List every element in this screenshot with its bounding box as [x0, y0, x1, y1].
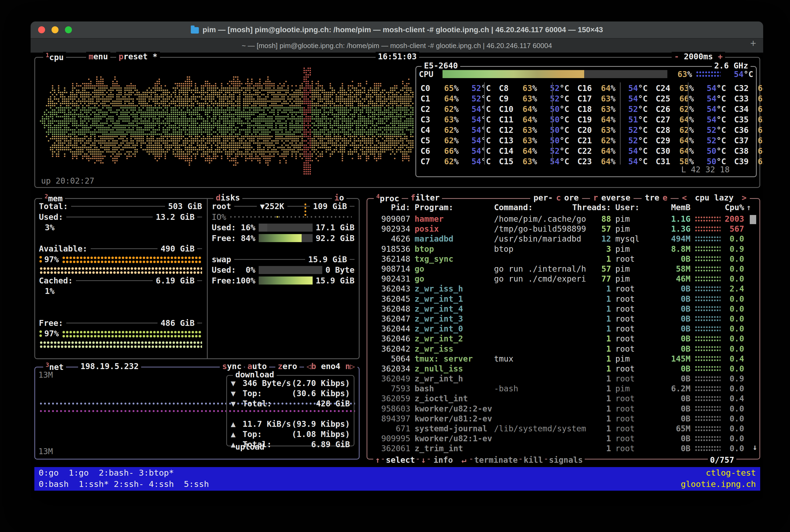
process-row[interactable]: 362048 z_wr_int_4 1 root 0B 0.0: [371, 304, 756, 314]
process-row[interactable]: 5064 tmux: server tmux 1 pim 145M 0.4: [371, 354, 756, 364]
process-row[interactable]: 362034 z_null_iss 1 root 0B 0.0: [371, 364, 756, 374]
sort-direction-icon[interactable]: ↑: [744, 203, 753, 212]
select-button[interactable]: select: [384, 455, 417, 464]
tmux-windows-outer[interactable]: 0:go 1:go 2:bash- 3:btop*: [39, 467, 174, 478]
core-cell: C9 63% 52°C: [497, 93, 575, 104]
col-threads[interactable]: Threads:: [571, 203, 611, 212]
maximize-button[interactable]: [65, 26, 72, 33]
interval-plus-button[interactable]: +: [718, 52, 722, 61]
process-row[interactable]: 362148 txg_sync 1 root 0B 0.0: [371, 254, 756, 264]
col-memb[interactable]: MemB: [658, 203, 691, 212]
process-row[interactable]: 909995 kworker/u82:1-ev 1 root 0B 0.0: [371, 434, 756, 443]
filter-button[interactable]: filter: [408, 193, 442, 203]
disk-root-used-value: 17.1 GiB: [316, 223, 355, 232]
mem-used-pct: 3%: [39, 223, 55, 232]
scrollbar-thumb[interactable]: [750, 215, 756, 224]
folder-icon: [191, 27, 199, 34]
net-zero-button[interactable]: zero: [275, 362, 300, 371]
disk-swap-free-bar: [259, 277, 313, 285]
core-grid-divider: [620, 82, 621, 165]
tree-toggle[interactable]: tree: [642, 193, 671, 203]
select-up-icon[interactable]: ↑: [373, 455, 382, 464]
mem-cached-value: 6.19 GiB: [156, 276, 195, 285]
process-row[interactable]: 908714 go go run ./internal/h 57 pim 58M…: [371, 264, 756, 274]
process-row[interactable]: 894397 kworker/u81:2-ev 1 root 0B 0.0: [371, 414, 756, 423]
kill-button[interactable]: kill: [522, 455, 545, 464]
sort-prev-button[interactable]: <: [680, 193, 688, 203]
process-row[interactable]: 362049 z_wr_int_h 1 root 0B 0.9: [371, 374, 756, 384]
process-row[interactable]: 902431 go go run ./cmd/experi 77 pim 46M…: [371, 274, 756, 284]
info-button[interactable]: info ↵: [430, 455, 470, 464]
minimize-button[interactable]: [52, 26, 58, 33]
core-cell: C12 63% 50°C: [497, 125, 575, 135]
process-row[interactable]: 958603 kworker/u82:2-ev 1 root 0B 0.0: [371, 404, 756, 414]
tmux-windows-inner[interactable]: 0:bash 1:ssh* 2:ssh- 4:ssh 5:ssh: [39, 478, 209, 490]
process-row[interactable]: 362061 z_trim_int 1 root 0B 0.0: [371, 443, 756, 453]
mem-cached-label: Cached:: [39, 276, 73, 285]
proc-panel-title[interactable]: 4proc: [374, 193, 402, 203]
process-row[interactable]: 671 systemd-journal /lib/systemd/system …: [371, 423, 756, 434]
reverse-toggle[interactable]: reverse: [590, 193, 634, 203]
core-cell: C3 63% 54°C: [418, 114, 497, 125]
window-titlebar: pim — [mosh] pim@glootie.ipng.ch: /home/…: [31, 21, 763, 38]
col-cpu[interactable]: Cpu%: [720, 203, 744, 212]
process-cpu-meter: [695, 345, 720, 352]
window-title: pim — [mosh] pim@glootie.ipng.ch: /home/…: [203, 25, 603, 34]
core-cell: C11 64% 50°C: [497, 114, 575, 125]
process-row[interactable]: 362046 z_wr_int_2 1 root 0B 0.0: [371, 334, 756, 344]
process-row[interactable]: 362045 z_wr_int_1 1 root 0B 0.0: [371, 294, 756, 304]
col-command[interactable]: Command:: [494, 203, 571, 212]
download-total-label: Total:: [243, 399, 272, 408]
process-row[interactable]: 362042 z_wr_iss 1 root 0B 0.0: [371, 344, 756, 354]
tmux-session-name-outer: ctlog-test: [706, 467, 756, 478]
download-top-label: Top:: [243, 389, 262, 398]
process-row[interactable]: 362059 z_ioctl_int 1 root 0B 0.4: [371, 394, 756, 403]
col-pid[interactable]: Pid:: [371, 203, 410, 212]
nic-next-button[interactable]: n▷: [345, 362, 355, 371]
process-row[interactable]: 362047 z_wr_int_3 1 root 0B 0.0: [371, 314, 756, 324]
net-sync-button[interactable]: sync: [220, 362, 244, 371]
new-tab-button[interactable]: +: [750, 38, 756, 49]
signals-button[interactable]: signals: [547, 455, 585, 464]
mem-disks-panel: 2mem disks io Total:503 GiB Used:13.2 Gi…: [34, 198, 360, 359]
preset-button[interactable]: preset *: [116, 52, 160, 61]
process-cpu-meter: [695, 255, 720, 262]
net-scale-top: 13M: [38, 370, 53, 380]
core-cell: C30 64% 50°C: [654, 146, 732, 156]
close-button[interactable]: [38, 26, 45, 33]
process-cpu-meter: [695, 435, 720, 442]
col-program[interactable]: Program:: [410, 203, 494, 212]
mem-used-label: Used:: [39, 212, 63, 222]
process-row[interactable]: 362043 z_wr_iss_h 1 root 0B 2.4: [371, 284, 756, 293]
uptime: up 20:02:27: [41, 176, 94, 186]
tab-title[interactable]: ~ — [mosh] pim@glootie.ipng.ch: /home/pi…: [242, 42, 552, 50]
core-cell: C14 64% 52°C: [497, 146, 575, 156]
process-row[interactable]: 918536 btop btop 3 pim 8.8M 0.9: [371, 244, 756, 254]
disk-swap-used-label: Used: 0%: [212, 265, 255, 274]
select-down-icon[interactable]: ↓: [419, 455, 427, 464]
core-cell: C17 63% 54°C: [575, 93, 653, 104]
core-cell: C0 65% 52°C: [418, 83, 497, 93]
menu-button[interactable]: menu: [86, 52, 110, 61]
process-cpu-meter: [695, 376, 720, 382]
core-grid-divider: [688, 82, 689, 165]
net-auto-button[interactable]: auto: [245, 362, 269, 371]
scroll-down-icon[interactable]: ↓: [752, 442, 757, 452]
terminate-button[interactable]: terminate: [472, 455, 520, 464]
interval-minus-button[interactable]: -: [674, 52, 679, 61]
sort-next-button[interactable]: >: [740, 193, 748, 203]
cpu-usage-graph: [39, 64, 413, 175]
process-row[interactable]: 4626 mariadbd /usr/sbin/mariadbd 12 mysq…: [371, 234, 756, 244]
core-cell: C16 64% 54°C: [575, 83, 653, 93]
nic-prev-button[interactable]: ◁b: [306, 362, 316, 371]
cpu-temp-meter: [696, 71, 720, 78]
core-cell: C15 63% 54°C: [497, 156, 575, 167]
upload-rate: 11.7 KiB/s: [243, 419, 291, 429]
process-row[interactable]: 909007 hammer /home/pim/.cache/go 88 pim…: [371, 214, 756, 224]
per-core-toggle[interactable]: per-core: [530, 193, 582, 203]
process-row[interactable]: 7593 bash -bash 1 pim 6.2M 0.0: [371, 384, 756, 394]
process-row[interactable]: 902934 posix /tmp/go-build598899 57 pim …: [371, 224, 756, 234]
cpu-panel-title[interactable]: 1cpu: [43, 52, 66, 62]
process-row[interactable]: 362044 z_wr_int_0 1 root 0B 0.0: [371, 324, 756, 334]
col-user[interactable]: User:: [611, 203, 658, 212]
